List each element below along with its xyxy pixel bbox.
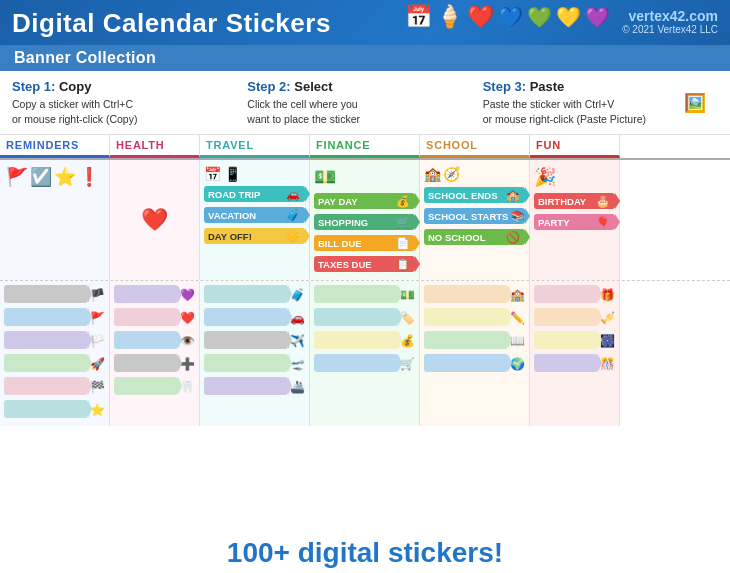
- school-ends-sticker[interactable]: SCHOOL ENDS 🏫: [424, 187, 525, 203]
- finance-banner-col: 💵 PAY DAY 💰 SHOPPING 🛒 BILL DUE 📄 TAXES …: [310, 160, 420, 280]
- birthday-sticker[interactable]: BIRTHDAY 🎂: [534, 193, 615, 209]
- sun-icon: ☀️: [286, 230, 300, 243]
- banner-collection-label: Banner Collection: [14, 49, 156, 66]
- globe-icon: 🌍: [510, 357, 525, 371]
- blank-sticker[interactable]: [314, 331, 398, 349]
- finance-blank-col: 💵 🏷️ 💰 🛒: [310, 281, 420, 426]
- blank-sticker[interactable]: [114, 331, 178, 349]
- cart2-icon: 🛒: [400, 357, 415, 371]
- gift-icon: 🎁: [600, 288, 615, 302]
- blank-sticker[interactable]: [314, 285, 398, 303]
- bill-due-sticker[interactable]: BILL DUE 📄: [314, 235, 415, 251]
- step-3-label: Step 3:: [483, 79, 526, 94]
- blank-sticker[interactable]: [4, 308, 88, 326]
- fun-blank-col: 🎁 🎺 🎆 🎊: [530, 281, 620, 426]
- banner-collection-bar: Banner Collection: [0, 45, 730, 71]
- pencil-icon: ✏️: [510, 311, 525, 325]
- blank-sticker[interactable]: [424, 285, 508, 303]
- school-icon: 🏫: [424, 166, 441, 182]
- page-title: Digital Calendar Stickers: [12, 8, 331, 39]
- blank-sticker[interactable]: [204, 285, 288, 303]
- school2-icon: 🏫: [510, 288, 525, 302]
- col-header-travel: TRAVEL: [200, 135, 310, 158]
- blank-sticker[interactable]: [114, 308, 178, 326]
- no-school-sticker[interactable]: NO SCHOOL 🚫: [424, 229, 525, 245]
- school-banner-col: 🏫 🧭 SCHOOL ENDS 🏫 SCHOOL STARTS 📚 NO SCH…: [420, 160, 530, 280]
- flag2-icon: 🚩: [90, 311, 105, 325]
- blank-sticker[interactable]: [114, 354, 178, 372]
- tax-icon: 📋: [396, 258, 410, 271]
- brand-name: vertex42.com: [622, 8, 718, 24]
- col-header-finance: FINANCE: [310, 135, 420, 158]
- cross-icon: ➕: [180, 357, 195, 371]
- no-school-icon: 🚫: [506, 231, 520, 244]
- blank-sticker[interactable]: [424, 331, 508, 349]
- travel-banner-col: 📅 📱 ROAD TRIP 🚗 VACATION 🧳 DAY OFF! ☀️: [200, 160, 310, 280]
- cart-icon: 🛒: [396, 216, 410, 229]
- step-1: Step 1: Copy Copy a sticker with Ctrl+C …: [12, 79, 247, 126]
- flag-mini-icon: 🏴: [90, 288, 105, 302]
- blank-sticker[interactable]: [534, 285, 598, 303]
- page-wrapper: Digital Calendar Stickers 📅 🍦 ❤️ 💙 💚 💛 💜…: [0, 0, 730, 573]
- pay-day-sticker[interactable]: PAY DAY 💰: [314, 193, 415, 209]
- school-starts-sticker[interactable]: SCHOOL STARTS 📚: [424, 208, 525, 224]
- step-3-title: Step 3: Paste: [483, 79, 646, 94]
- step-1-title: Step 1: Copy: [12, 79, 235, 94]
- health-banner-col: ❤️: [110, 160, 200, 280]
- step-2-desc: Click the cell where you want to place t…: [247, 97, 470, 126]
- blank-sticker[interactable]: [204, 377, 288, 395]
- col-header-school: SCHOOL: [420, 135, 530, 158]
- step-2-label: Step 2:: [247, 79, 290, 94]
- blank-sticker[interactable]: [204, 331, 288, 349]
- calendar-small-icon: 📅: [204, 166, 221, 182]
- step-1-label: Step 1:: [12, 79, 55, 94]
- fun-banner-col: 🎉 BIRTHDAY 🎂 PARTY 🎈: [530, 160, 620, 280]
- dollar-icon: 💰: [396, 195, 410, 208]
- vacation-sticker[interactable]: VACATION 🧳: [204, 207, 305, 223]
- day-off-sticker[interactable]: DAY OFF! ☀️: [204, 228, 305, 244]
- eye-icon: 👁️: [180, 334, 195, 348]
- step-1-desc: Copy a sticker with Ctrl+C or mouse righ…: [12, 97, 235, 126]
- coin-icon: 💰: [400, 334, 415, 348]
- health-blank-col: 💜 ❤️ 👁️ ➕ 🦷: [110, 281, 200, 426]
- party-sticker[interactable]: PARTY 🎈: [534, 214, 615, 230]
- blank-sticker[interactable]: [424, 308, 508, 326]
- content-area: REMINDERS HEALTH TRAVEL FINANCE SCHOOL F…: [0, 135, 730, 529]
- blank-sticker[interactable]: [4, 377, 88, 395]
- col-header-health: HEALTH: [110, 135, 200, 158]
- blank-sticker[interactable]: [4, 331, 88, 349]
- school-ends-icon: 🏫: [506, 189, 520, 202]
- taxes-due-sticker[interactable]: TAXES DUE 📋: [314, 256, 415, 272]
- copyright: © 2021 Vertex42 LLC: [622, 24, 718, 35]
- blank-sticker[interactable]: [314, 354, 398, 372]
- blank-sticker[interactable]: [534, 331, 598, 349]
- blank-sticker[interactable]: [114, 377, 178, 395]
- blank-sticker[interactable]: [534, 354, 598, 372]
- blank-sticker[interactable]: [204, 354, 288, 372]
- sale-icon: 🏷️: [400, 311, 415, 325]
- ship-icon: 🚢: [290, 380, 305, 394]
- blank-sticker[interactable]: [4, 354, 88, 372]
- blank-sticker[interactable]: [114, 285, 178, 303]
- blank-sticker[interactable]: [424, 354, 508, 372]
- flag4-icon: 🚀: [90, 357, 105, 371]
- balloon-icon: 🎈: [596, 216, 610, 229]
- shopping-sticker[interactable]: SHOPPING 🛒: [314, 214, 415, 230]
- money2-icon: 💵: [400, 288, 415, 302]
- confetti-icon: 🎊: [600, 357, 615, 371]
- plane-icon: ✈️: [290, 334, 305, 348]
- blank-sticker[interactable]: [534, 308, 598, 326]
- blank-stickers-section: 🏴 🚩 🏳️ 🚀 🏁: [0, 281, 730, 426]
- blank-sticker[interactable]: [314, 308, 398, 326]
- steps-row: Step 1: Copy Copy a sticker with Ctrl+C …: [0, 71, 730, 135]
- blank-sticker[interactable]: [4, 400, 88, 418]
- step-1-action: Copy: [59, 79, 92, 94]
- header: Digital Calendar Stickers 📅 🍦 ❤️ 💙 💚 💛 💜…: [0, 0, 730, 45]
- step-3-action: Paste: [530, 79, 565, 94]
- blank-sticker[interactable]: [4, 285, 88, 303]
- brand-info: vertex42.com © 2021 Vertex42 LLC: [622, 8, 718, 35]
- blank-sticker[interactable]: [204, 308, 288, 326]
- road-trip-sticker[interactable]: ROAD TRIP 🚗: [204, 186, 305, 202]
- exclaim-icon: ❗: [78, 166, 100, 274]
- fireworks-icon: 🎆: [600, 334, 615, 348]
